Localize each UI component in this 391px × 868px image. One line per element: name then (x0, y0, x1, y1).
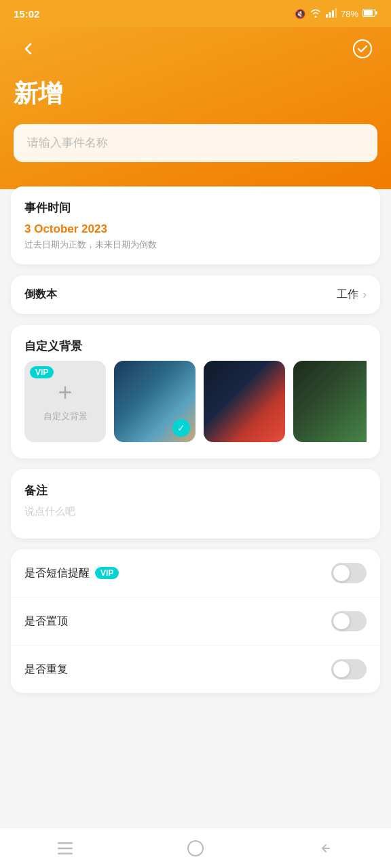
bottom-nav-back[interactable] (261, 828, 391, 868)
bg-selected-check: ✓ (172, 419, 190, 437)
notebook-row[interactable]: 倒数本 工作 › (11, 275, 380, 314)
mute-icon: 🔇 (295, 9, 305, 19)
status-bar: 15:02 🔇 78% (0, 0, 391, 27)
svg-point-7 (354, 40, 371, 58)
forest-bg-item[interactable] (293, 361, 367, 442)
moon-bg-item[interactable] (204, 361, 285, 442)
status-icons: 🔇 78% (295, 8, 377, 20)
event-date[interactable]: 3 October 2023 (24, 222, 367, 236)
page-title: 新增 (14, 77, 377, 124)
toggle-pin[interactable] (331, 611, 367, 631)
signal-icon (326, 8, 337, 20)
background-scroll: VIP + 自定义背景 ✓ (24, 361, 367, 445)
svg-point-11 (188, 841, 203, 856)
event-name-input[interactable] (14, 124, 377, 162)
toggle-label-sms: 是否短信提醒 VIP (24, 566, 119, 580)
notes-section: 备注 说点什么吧 (11, 469, 380, 538)
toggle-label-pin: 是否置顶 (24, 614, 68, 629)
toggle-row-repeat: 是否重复 (11, 646, 380, 693)
notebook-value[interactable]: 工作 › (337, 288, 367, 302)
custom-bg-item[interactable]: VIP + 自定义背景 (24, 361, 106, 442)
notebook-card: 倒数本 工作 › (11, 275, 380, 314)
event-time-title: 事件时间 (24, 200, 367, 216)
svg-rect-1 (329, 12, 331, 18)
svg-rect-2 (332, 10, 334, 18)
toggle-label-repeat: 是否重复 (24, 663, 68, 677)
toggle-repeat-knob (333, 661, 350, 677)
vip-badge-custom: VIP (30, 366, 54, 378)
content-area: 事件时间 3 October 2023 过去日期为正数，未来日期为倒数 倒数本 … (0, 186, 391, 774)
vip-badge-sms: VIP (95, 567, 119, 579)
notebook-arrow-icon: › (362, 288, 367, 302)
header-area: 新增 (0, 27, 391, 189)
notes-title: 备注 (24, 483, 367, 498)
toggle-pin-text: 是否置顶 (24, 614, 68, 629)
svg-rect-3 (335, 8, 337, 18)
toggle-repeat-text: 是否重复 (24, 663, 68, 677)
status-time: 15:02 (14, 8, 39, 20)
battery-text: 78% (341, 9, 358, 19)
nav-row (14, 27, 377, 77)
svg-rect-6 (376, 11, 377, 14)
svg-rect-5 (364, 10, 373, 16)
wifi-icon (310, 8, 322, 20)
toggle-sms-text: 是否短信提醒 (24, 566, 90, 580)
plus-icon: + (58, 380, 72, 405)
event-time-card: 事件时间 3 October 2023 过去日期为正数，未来日期为倒数 (11, 186, 380, 264)
svg-rect-8 (58, 842, 73, 844)
custom-bg-label: 自定义背景 (43, 410, 88, 422)
date-hint: 过去日期为正数，未来日期为倒数 (24, 239, 367, 251)
toggle-repeat[interactable] (331, 659, 367, 679)
toggle-sms[interactable] (331, 563, 367, 583)
toggle-pin-knob (333, 613, 350, 629)
bottom-nav-home[interactable] (130, 828, 261, 868)
battery-icon (362, 9, 377, 19)
bottom-nav-menu[interactable] (0, 828, 130, 868)
toggle-sms-knob (333, 565, 350, 581)
svg-rect-10 (58, 852, 73, 854)
notebook-label: 倒数本 (24, 288, 57, 302)
toggle-row-pin: 是否置顶 (11, 597, 380, 646)
bottom-nav (0, 827, 391, 868)
back-button[interactable] (14, 34, 43, 64)
background-title: 自定义背景 (24, 338, 367, 354)
toggle-section: 是否短信提醒 VIP 是否置顶 是否重复 (11, 549, 380, 693)
notes-input[interactable]: 说点什么吧 (24, 505, 367, 518)
notebook-value-text: 工作 (337, 288, 358, 302)
svg-rect-9 (58, 847, 73, 849)
toggle-row-sms: 是否短信提醒 VIP (11, 549, 380, 597)
svg-rect-0 (326, 14, 328, 18)
background-section: 自定义背景 VIP + 自定义背景 ✓ (11, 325, 380, 458)
confirm-button[interactable] (348, 34, 377, 64)
sea-bg-item[interactable]: ✓ (114, 361, 196, 442)
